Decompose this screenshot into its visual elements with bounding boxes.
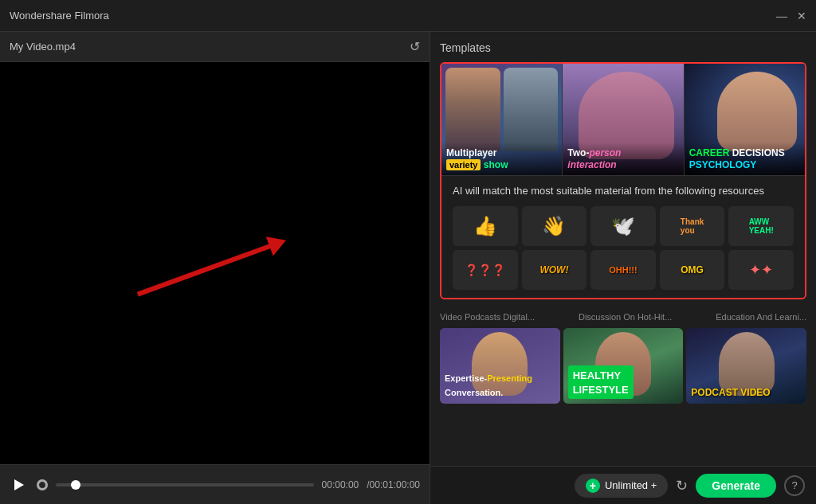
refresh-button[interactable]: ↻	[676, 477, 688, 494]
sticker-grid-row2: ❓❓❓ WOW! OHH!!! OMG ✦✦	[453, 250, 794, 290]
bottom-action-bar: + Unlimited + ↻ Generate ?	[430, 466, 816, 504]
bottom-card-title-3: PODCAST VIDEO	[691, 387, 770, 398]
plus-icon: +	[586, 479, 600, 493]
templates-info: AI will match the most suitable material…	[441, 175, 805, 298]
timeline-bar: 00:00:00 /00:01:00:00	[0, 464, 430, 504]
play-button[interactable]	[10, 475, 29, 494]
right-panel: Templates Multiplayer	[430, 32, 816, 504]
unlimited-button[interactable]: + Unlimited +	[575, 474, 668, 498]
template-cards-row: Multiplayer variety show	[441, 64, 805, 175]
filename-label: My Video.mp4	[10, 41, 76, 53]
sticker-ohh[interactable]: OHH!!!	[590, 250, 656, 290]
card-overlay-2: Two-person interaction	[563, 143, 683, 175]
app-title: Wondershare Filmora	[10, 10, 109, 21]
bottom-card-podcast[interactable]: PODCAST VIDEO	[686, 328, 806, 404]
info-text: AI will match the most suitable material…	[453, 184, 794, 198]
close-button[interactable]: ✕	[797, 10, 806, 22]
sticker-sparkles[interactable]: ✦✦	[728, 250, 794, 290]
sticker-wow[interactable]: WOW!	[522, 250, 587, 290]
bottom-cards-row: Expertise-Presenting Conversation. HEALT…	[440, 328, 806, 404]
total-time: /00:01:00:00	[367, 479, 420, 490]
sub-label-1: Video Podcasts Digital...	[440, 312, 535, 322]
sticker-questions[interactable]: ❓❓❓	[453, 250, 518, 290]
window-controls: — ✕	[776, 10, 806, 22]
file-bar: My Video.mp4 ↺	[0, 32, 430, 62]
unlimited-label: Unlimited +	[605, 479, 657, 491]
sticker-wave[interactable]: 👋	[522, 206, 587, 246]
templates-header: Templates	[440, 41, 806, 54]
sticker-dove[interactable]: 🕊️	[590, 206, 656, 246]
minimize-button[interactable]: —	[776, 10, 787, 22]
card-title-2: Two-person interaction	[567, 147, 678, 170]
template-card-twoperson[interactable]: Two-person interaction	[562, 64, 684, 175]
sub-label-3: Education And Learni...	[716, 312, 806, 322]
card-overlay-3: CAREER DECISIONS PSYCHOLOGY	[685, 143, 805, 175]
card-title-1: Multiplayer variety show	[446, 147, 557, 170]
card-overlay-1: Multiplayer variety show	[441, 143, 562, 175]
timeline-track[interactable]	[56, 483, 314, 486]
sticker-thumbsup[interactable]: 👍	[453, 206, 518, 246]
card-title-3: CAREER DECISIONS PSYCHOLOGY	[689, 147, 800, 170]
generate-button[interactable]: Generate	[696, 474, 776, 498]
sticker-grid-row1: 👍 👋 🕊️ Thankyou AWWYEAH!	[453, 206, 794, 246]
main-layout: My Video.mp4 ↺ 00:00:00 /00:01:00:00 Tem…	[0, 32, 816, 504]
current-time: 00:00:00	[322, 479, 359, 490]
sub-label-2: Discussion On Hot-Hit...	[579, 312, 672, 322]
help-button[interactable]: ?	[784, 475, 805, 496]
left-panel: My Video.mp4 ↺ 00:00:00 /00:01:00:00	[0, 32, 430, 504]
template-card-multiplayer[interactable]: Multiplayer variety show	[441, 64, 562, 175]
stop-button[interactable]	[37, 479, 48, 490]
template-card-career[interactable]: CAREER DECISIONS PSYCHOLOGY	[685, 64, 805, 175]
sticker-omg[interactable]: OMG	[660, 250, 725, 290]
sub-labels-row: Video Podcasts Digital... Discussion On …	[440, 307, 806, 323]
arrow-indicator	[137, 243, 273, 296]
bottom-card-expertise[interactable]: Expertise-Presenting Conversation.	[440, 328, 560, 404]
templates-box: Multiplayer variety show	[440, 62, 806, 299]
bottom-card-healthy[interactable]: HEALTHYLIFESTYLE	[563, 328, 684, 404]
bottom-card-title-2: HEALTHYLIFESTYLE	[573, 369, 629, 396]
sticker-thankyou[interactable]: Thankyou	[660, 206, 725, 246]
sticker-yeah[interactable]: AWWYEAH!	[728, 206, 794, 246]
bottom-card-title-1: Expertise-Presenting Conversation.	[445, 373, 532, 397]
video-preview	[0, 62, 430, 464]
titlebar: Wondershare Filmora — ✕	[0, 0, 816, 32]
timeline-handle[interactable]	[71, 480, 80, 490]
reload-icon[interactable]: ↺	[410, 39, 420, 54]
